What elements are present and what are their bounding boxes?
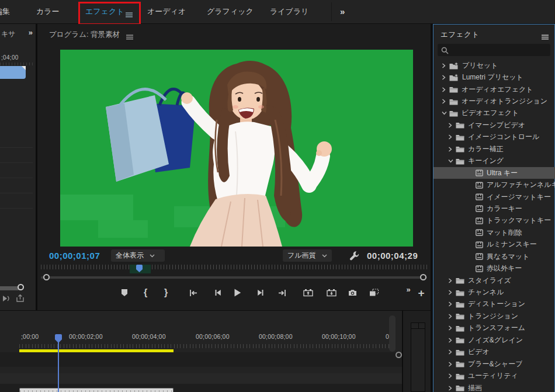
workspace-tab-libraries[interactable]: ライブラリ <box>270 0 309 23</box>
left-panel-blue-clip[interactable] <box>0 66 26 79</box>
timeline-vertical-scrollbar[interactable] <box>389 315 396 352</box>
effects-tree-item[interactable]: プリセット <box>433 60 555 71</box>
effects-tree-item[interactable]: ブラー&シャープ <box>433 358 555 370</box>
effects-tree-item-label: トラックマットキー <box>487 216 551 226</box>
effects-tree-item[interactable]: トランジション <box>433 310 555 322</box>
effects-tree-item[interactable]: トランスフォーム <box>433 322 555 334</box>
comparison-view-button[interactable] <box>366 285 381 300</box>
effects-tree-item[interactable]: ビデオ <box>433 346 555 358</box>
extract-button[interactable] <box>324 285 339 300</box>
chevron-right-icon[interactable] <box>442 75 449 80</box>
effects-tree-item[interactable]: イマーシブビデオ <box>433 119 555 131</box>
play-button[interactable] <box>230 285 245 300</box>
left-panel-overflow-chevrons-icon[interactable]: » <box>29 28 33 37</box>
effects-tree-item[interactable]: ノイズ&グレイン <box>433 334 555 346</box>
effects-tree-item[interactable]: 異なるマット <box>433 251 555 262</box>
effects-tree-item[interactable]: キーイング <box>433 155 555 167</box>
chevron-right-icon[interactable] <box>442 99 449 104</box>
chevron-right-icon[interactable] <box>448 314 456 319</box>
timeline-clip[interactable] <box>19 388 174 392</box>
effects-tree-item[interactable]: 赤以外キー <box>433 262 555 274</box>
left-panel-scrollbar[interactable] <box>0 286 20 290</box>
monitor-time-ruler[interactable] <box>41 265 427 273</box>
chevron-right-icon[interactable] <box>448 147 456 152</box>
lift-button[interactable] <box>300 285 315 300</box>
step-forward-button[interactable] <box>253 285 268 300</box>
workspace-tab-edit[interactable]: 編集 <box>0 0 10 23</box>
workspace-tab-color[interactable]: カラー <box>36 0 60 23</box>
step-back-button[interactable] <box>210 285 226 300</box>
effects-tree-item[interactable]: チャンネル <box>433 286 555 298</box>
workspace-tab-audio[interactable]: オーディオ <box>147 0 186 23</box>
effects-tree-item[interactable]: オーディオトランジション <box>433 95 555 107</box>
effects-tree-item[interactable]: アルファチャンネルキー <box>433 179 555 190</box>
audio-track-lane[interactable] <box>0 373 402 384</box>
chevron-right-icon[interactable] <box>448 290 456 295</box>
workspace-tabs-overflow-chevrons-icon[interactable]: » <box>340 0 345 23</box>
chevron-right-icon[interactable] <box>448 278 456 283</box>
effects-tree-item[interactable]: Ultra キー <box>433 167 555 179</box>
zoom-level-select[interactable]: 全体表示 <box>111 249 165 262</box>
timeline-scroll-handle[interactable] <box>396 352 402 358</box>
effects-tree-item[interactable]: イメージマットキー <box>433 191 555 203</box>
chevron-down-icon[interactable] <box>448 159 456 163</box>
playback-quality-select[interactable]: フル画質 <box>283 249 332 262</box>
chevron-right-icon[interactable] <box>442 87 449 92</box>
effects-tree-item[interactable]: ビデオエフェクト <box>433 107 555 119</box>
workspace-tab-graphics[interactable]: グラフィック <box>207 0 254 23</box>
chevron-right-icon[interactable] <box>448 373 456 379</box>
chevron-right-icon[interactable] <box>442 63 449 68</box>
chevron-right-icon[interactable] <box>448 362 456 367</box>
loop-playback-icon[interactable] <box>2 294 11 302</box>
program-monitor-title[interactable]: プログラム: 背景素材 <box>49 30 120 40</box>
go-to-out-button[interactable] <box>275 285 290 300</box>
chevron-right-icon[interactable] <box>448 301 456 307</box>
folder-icon <box>456 337 464 344</box>
effects-panel-title[interactable]: エフェクト <box>440 30 479 40</box>
button-editor-plus-button[interactable]: + <box>414 285 429 300</box>
effects-tree-item[interactable]: カラーキー <box>433 203 555 214</box>
export-icon[interactable] <box>16 294 25 302</box>
folder-icon <box>449 86 458 93</box>
effects-tree-item-label: スタイライズ <box>468 276 511 286</box>
effects-tree-item[interactable]: マット削除 <box>433 227 555 238</box>
effects-tree-item[interactable]: スタイライズ <box>433 275 555 286</box>
export-frame-button[interactable] <box>345 285 360 300</box>
chevron-right-icon[interactable] <box>448 338 456 343</box>
left-panel-row-divider <box>0 162 33 163</box>
chevron-down-icon[interactable] <box>442 111 449 115</box>
go-to-in-button[interactable] <box>186 285 201 300</box>
zoom-handle-right[interactable] <box>420 274 426 280</box>
left-panel-scrollbar-handle[interactable] <box>18 284 24 290</box>
effects-tree-item[interactable]: カラー補正 <box>433 143 555 155</box>
effects-tree-item[interactable]: トラックマットキー <box>433 215 555 227</box>
panel-menu-icon[interactable] <box>126 32 133 42</box>
current-timecode[interactable]: 00;00;01;07 <box>49 251 100 261</box>
chevron-right-icon[interactable] <box>448 123 456 128</box>
chevron-right-icon[interactable] <box>448 134 456 140</box>
folder-icon <box>456 158 464 165</box>
left-panel-tab-fragment[interactable]: キサ <box>1 29 16 39</box>
effects-tree-item[interactable]: 描画 <box>433 382 555 392</box>
effects-tree-item[interactable]: ユーティリティ <box>433 370 555 381</box>
video-track-lane[interactable] <box>0 352 402 367</box>
timeline-ruler[interactable] <box>19 342 393 348</box>
effects-tree-item[interactable]: オーディオエフェクト <box>433 84 555 95</box>
mark-in-button[interactable]: { <box>138 285 153 300</box>
effects-search-input[interactable] <box>438 44 550 56</box>
chevron-right-icon[interactable] <box>448 386 456 391</box>
effects-tree-item[interactable]: Lumetri プリセット <box>433 71 555 83</box>
mark-out-button[interactable]: } <box>158 285 174 300</box>
chevron-right-icon[interactable] <box>448 349 456 355</box>
panel-menu-icon[interactable] <box>542 32 549 42</box>
work-area-bar[interactable] <box>19 349 174 352</box>
chevron-right-icon[interactable] <box>448 325 456 331</box>
effects-tree-item-label: Ultra キー <box>487 168 518 178</box>
settings-wrench-icon[interactable] <box>349 251 359 263</box>
add-marker-button[interactable] <box>117 285 132 300</box>
zoom-handle-left[interactable] <box>43 274 50 280</box>
effects-tree-item[interactable]: ルミナンスキー <box>433 239 555 251</box>
effects-tree-item[interactable]: ディストーション <box>433 299 555 310</box>
effects-tree-item[interactable]: イメージコントロール <box>433 131 555 143</box>
monitor-zoom-scrollbar[interactable] <box>41 276 427 279</box>
